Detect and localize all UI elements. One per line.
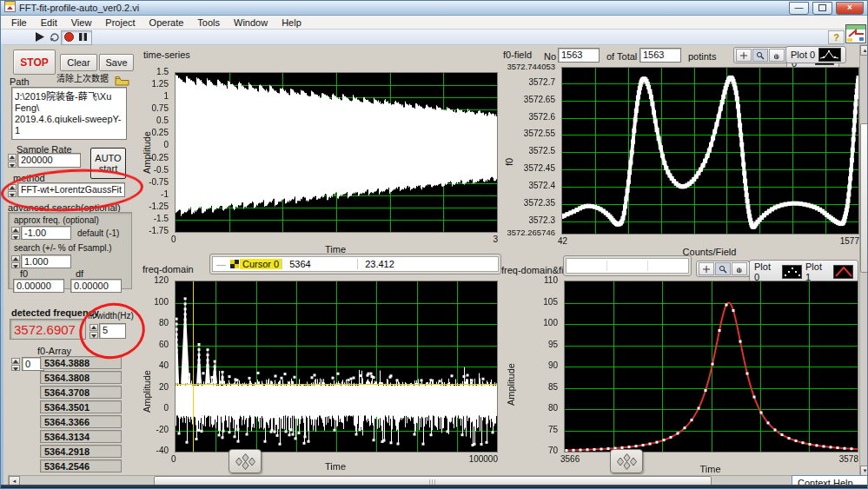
auto-start-button[interactable]: AUTO start [90, 148, 126, 179]
y-tick-label: -1 [140, 189, 169, 199]
titlebar[interactable]: FFT-fit-profile-auto_ver0.2.vi — × [1, 1, 867, 16]
freq-domain-fit-canvas[interactable] [565, 281, 858, 452]
minimize-button[interactable]: — [789, 2, 809, 15]
pause-button[interactable] [76, 30, 89, 43]
f0-array-index-spinner[interactable] [11, 358, 20, 371]
df-label: df [76, 268, 83, 279]
path-field[interactable]: J:\2019院装备-薛飞\Xu Feng\ 2019.4.6.qiukeli-… [11, 87, 127, 140]
y-tick-label: 3572.55 [500, 129, 555, 138]
maximize-icon [818, 4, 826, 11]
x-tick-label: 3578 [806, 454, 858, 464]
x-tick-label: 42 [558, 236, 567, 246]
f0-array-item-2[interactable]: 5364.3708 [40, 386, 122, 399]
pause-icon [77, 31, 89, 43]
continuous-run-icon [49, 31, 60, 43]
context-help-button[interactable]: ? [828, 30, 845, 44]
approx-default-label: default (-1) [77, 228, 119, 238]
menu-help[interactable]: Help [275, 17, 308, 29]
x-tick-label: 3 [446, 235, 498, 244]
menu-window[interactable]: Window [227, 17, 275, 29]
fit-width-spinner[interactable] [89, 324, 98, 339]
f0-array-item-6[interactable]: 5364.2918 [40, 445, 122, 458]
fit-width-field[interactable]: 5 [99, 323, 126, 339]
clear-button[interactable]: Clear [60, 54, 97, 71]
approx-freq-spinner[interactable] [11, 227, 20, 240]
time-series-plot-area [175, 72, 498, 233]
close-button[interactable]: × [836, 2, 864, 15]
menu-file[interactable]: File [4, 17, 34, 29]
plot0-label: Plot 0 [791, 50, 815, 60]
crosshair-tool-icon[interactable] [699, 262, 714, 275]
freq-domain-plot-area [175, 281, 498, 453]
plot0-label: Plot 0 [754, 261, 779, 282]
sample-rate-spinner[interactable] [8, 154, 17, 168]
scroll-up-arrow-icon[interactable]: ▴ [860, 45, 868, 56]
f0-field-canvas[interactable] [562, 68, 858, 234]
f0-array-item-1[interactable]: 5364.3808 [40, 371, 122, 384]
toolbar: ? [1, 30, 867, 45]
plot-legend[interactable]: Plot 0 [785, 46, 846, 63]
cursor-x-value[interactable]: 5364 [282, 259, 357, 269]
f0-array-item-0[interactable]: 5364.3888 [40, 356, 122, 369]
search-pct-field[interactable]: 1.000 [21, 254, 71, 268]
vi-icon[interactable] [845, 24, 866, 43]
f0-field-panel: f0-field No 1563 of Total 1563 potints P… [499, 44, 858, 253]
graph-palette [733, 47, 787, 63]
vertical-scrollbar[interactable]: ▴ ▾ [859, 44, 868, 475]
cursor-y-value[interactable]: 23.412 [357, 259, 433, 269]
plot1-fit-line-icon [833, 265, 854, 279]
abort-icon [63, 31, 75, 43]
sample-rate-field[interactable]: 200000 [17, 153, 81, 168]
cursor-legend-empty[interactable] [563, 255, 692, 276]
cursor-list-scroll[interactable]: — [213, 259, 229, 269]
pan-hand-tool-icon[interactable] [732, 262, 747, 275]
cursor-col-divider [647, 261, 648, 271]
f0-field-ylabel: f0 [504, 135, 514, 188]
window-title: FFT-fit-profile-auto_ver0.2.vi [19, 3, 785, 13]
menu-operate[interactable]: Operate [142, 17, 191, 29]
y-tick-label: 0 [140, 403, 169, 413]
df-field-value[interactable]: 0.00000 [70, 279, 122, 293]
time-series-canvas[interactable] [176, 73, 497, 232]
pan-hand-tool-icon[interactable] [769, 49, 785, 62]
y-tick-label: 120 [140, 275, 169, 285]
x-tick-label: 0 [171, 235, 176, 244]
y-tick-label: 0.75 [140, 103, 169, 113]
maximize-button[interactable] [812, 2, 832, 15]
freq-domain-fit-xlabel: Time [564, 464, 857, 474]
f0-array-item-3[interactable]: 5364.3501 [40, 400, 122, 413]
search-pct-spinner[interactable] [11, 255, 20, 268]
y-tick-label: -0.25 [140, 153, 169, 162]
crosshair-tool-icon[interactable] [736, 49, 752, 62]
abort-button[interactable] [62, 30, 76, 43]
menu-view[interactable]: View [64, 17, 99, 29]
freq-domain-canvas[interactable] [176, 281, 497, 452]
continuous-run-button[interactable] [47, 30, 61, 43]
y-tick-label: 3572.744053 [500, 62, 555, 71]
f0-array-item-5[interactable]: 5364.3134 [40, 430, 122, 443]
menu-tools[interactable]: Tools [190, 17, 227, 29]
y-tick-label: -1.5 [140, 214, 169, 223]
x-tick-label: 1577 [807, 236, 859, 246]
run-button[interactable] [32, 30, 46, 43]
stop-button[interactable]: STOP [13, 50, 56, 75]
cursor0-label[interactable]: Cursor 0 [240, 259, 282, 269]
f0-field-value[interactable]: 0.00000 [13, 279, 64, 293]
total-field[interactable]: 1563 [639, 48, 681, 63]
no-field[interactable]: 1563 [558, 48, 600, 63]
f0-array-item-4[interactable]: 5364.3366 [40, 415, 122, 428]
method-field[interactable]: FFT-wt+LorentzGaussFit [17, 182, 125, 197]
y-tick-label: 70 [500, 446, 558, 455]
search-pct-label: search (+/- % of Fsampl.) [14, 243, 112, 253]
menu-edit[interactable]: Edit [34, 17, 64, 29]
method-spinner[interactable] [8, 184, 17, 197]
vertical-scrollbar-thumb[interactable] [860, 123, 868, 273]
y-tick-label: 3572.4 [500, 181, 555, 190]
menu-project[interactable]: Project [98, 17, 142, 29]
zoom-tool-icon[interactable] [715, 262, 731, 275]
zoom-tool-icon[interactable] [752, 49, 768, 62]
f0-array-item-7[interactable]: 5364.2546 [40, 459, 122, 472]
save-button[interactable]: Save [99, 54, 134, 71]
y-tick-label: 105 [500, 297, 558, 307]
approx-freq-field[interactable]: -1.00 [21, 226, 71, 240]
